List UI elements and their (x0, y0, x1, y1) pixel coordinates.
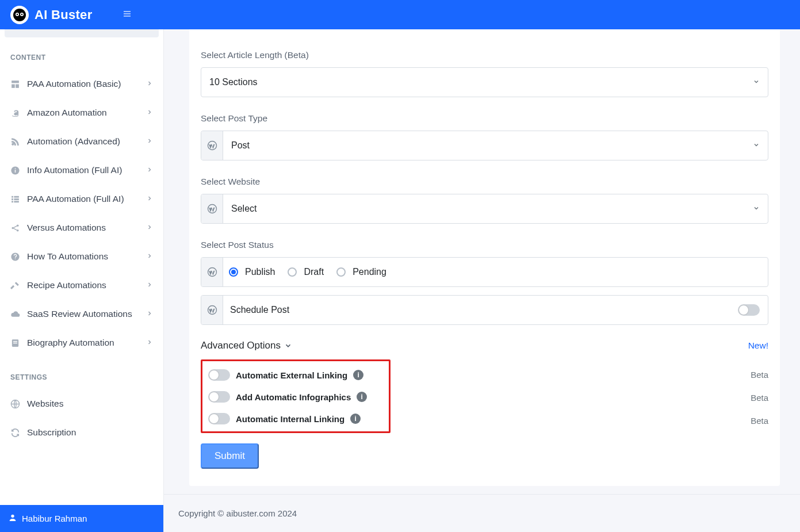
sidebar-item-subscription[interactable]: Subscription (0, 418, 163, 447)
sidebar-item-label: Subscription (27, 427, 153, 438)
chevron-right-icon (146, 165, 153, 175)
chevron-right-icon (146, 79, 153, 89)
radio-draft-label: Draft (304, 267, 324, 277)
section-title-settings: SETTINGS (0, 357, 163, 389)
info-icon[interactable]: i (350, 414, 361, 424)
new-badge[interactable]: New! (748, 340, 768, 351)
sidebar-item-paa-full-ai[interactable]: PAA Automation (Full AI) (0, 185, 163, 213)
adv-row-infographics: Add Automatic Infographics i (208, 391, 383, 403)
chevron-right-icon (146, 251, 153, 262)
schedule-label: Schedule Post (223, 305, 738, 315)
share-icon (10, 223, 20, 233)
info-icon[interactable]: i (357, 392, 367, 402)
svg-rect-18 (14, 198, 19, 200)
sidebar-item-label: PAA Automation (Full AI) (27, 194, 139, 204)
beta-badge: Beta (751, 416, 768, 426)
post-status-label: Select Post Status (201, 224, 768, 257)
brand-name: AI Buster (35, 7, 93, 22)
sidebar-item-biography[interactable]: Biography Automation (0, 328, 163, 357)
svg-point-4 (21, 13, 23, 15)
copyright-text: Copyright © aibuster.com 2024 (178, 508, 297, 518)
amazon-icon (10, 108, 20, 118)
radio-publish[interactable] (229, 267, 238, 277)
article-length-value: 10 Sections (201, 77, 745, 87)
sidebar-item-label: Websites (27, 399, 153, 409)
svg-rect-13 (15, 170, 16, 173)
blog-icon (10, 137, 20, 147)
sidebar-item-recipe[interactable]: Recipe Automations (0, 271, 163, 300)
post-status-row: Publish Draft Pending (201, 257, 768, 287)
chevron-down-icon (745, 140, 768, 151)
section-title-content: CONTENT (0, 37, 163, 70)
radio-group: Publish Draft Pending (223, 267, 391, 277)
app-header: AI Buster (0, 0, 800, 29)
svg-rect-20 (14, 201, 19, 202)
advanced-options-header: Advanced Options New! (201, 340, 768, 351)
question-icon (10, 252, 20, 262)
internal-linking-toggle[interactable] (208, 413, 230, 424)
sidebar-item-label: Versus Automations (27, 223, 139, 233)
advanced-options-toggle[interactable]: Advanced Options (201, 340, 292, 351)
sidebar-item-label: SaaS Review Automations (27, 309, 139, 319)
wordpress-icon (201, 194, 223, 223)
form-card: Select Article Length (Beta) 10 Sections… (189, 29, 780, 486)
svg-rect-10 (16, 84, 19, 87)
sidebar-item-amazon[interactable]: Amazon Automation (0, 98, 163, 127)
sidebar-item-websites[interactable]: Websites (0, 389, 163, 418)
radio-draft[interactable] (288, 267, 297, 277)
sidebar-item-saas-review[interactable]: SaaS Review Automations (0, 300, 163, 328)
internal-linking-label: Automatic Internal Linking (236, 414, 345, 424)
website-value: Select (223, 204, 745, 214)
sidebar-item-automation-advanced[interactable]: Automation (Advanced) (0, 127, 163, 156)
svg-point-0 (13, 9, 26, 21)
svg-rect-28 (13, 342, 17, 343)
infographics-toggle[interactable] (208, 391, 230, 403)
submit-button[interactable]: Submit (201, 443, 259, 469)
radio-pending[interactable] (336, 267, 346, 277)
sidebar-item-versus[interactable]: Versus Automations (0, 213, 163, 242)
globe-icon (10, 399, 20, 409)
brand-logo[interactable]: AI Buster (10, 6, 93, 24)
user-icon (8, 513, 17, 524)
advanced-options-title: Advanced Options (201, 340, 281, 351)
svg-rect-15 (12, 196, 13, 197)
chevron-down-icon (745, 204, 768, 214)
chevron-right-icon (146, 223, 153, 233)
chevron-right-icon (146, 338, 153, 348)
svg-point-30 (11, 515, 14, 518)
svg-rect-17 (12, 198, 13, 200)
post-type-select[interactable]: Post (201, 131, 768, 160)
beta-badge: Beta (751, 370, 768, 380)
schedule-toggle[interactable] (738, 304, 760, 316)
article-length-select[interactable]: 10 Sections (201, 67, 768, 97)
sidebar-top-placeholder (5, 29, 159, 37)
wordpress-icon (201, 131, 223, 160)
adv-row-internal-linking: Automatic Internal Linking i (208, 413, 383, 424)
sidebar-item-howto[interactable]: How To Automations (0, 242, 163, 271)
tools-icon (10, 281, 20, 290)
external-linking-toggle[interactable] (208, 369, 230, 381)
chevron-right-icon (146, 309, 153, 319)
sidebar: CONTENT PAA Automation (Basic) Amazon Au… (0, 29, 164, 532)
website-select[interactable]: Select (201, 194, 768, 224)
sidebar-item-paa-basic[interactable]: PAA Automation (Basic) (0, 70, 163, 98)
sidebar-user[interactable]: Habibur Rahman (0, 505, 164, 532)
sidebar-item-label: How To Automations (27, 251, 139, 262)
sidebar-item-label: PAA Automation (Basic) (27, 79, 139, 89)
infographics-label: Add Automatic Infographics (236, 392, 351, 402)
sidebar-item-label: Amazon Automation (27, 108, 139, 118)
schedule-post-row: Schedule Post (201, 295, 768, 325)
wordpress-icon (201, 258, 223, 286)
chevron-right-icon (146, 136, 153, 147)
info-icon (10, 166, 20, 175)
sidebar-item-info-full-ai[interactable]: Info Automation (Full AI) (0, 156, 163, 185)
wordpress-icon (201, 296, 223, 324)
info-icon[interactable]: i (353, 370, 363, 380)
menu-toggle-icon[interactable] (123, 9, 132, 21)
radio-pending-label: Pending (353, 267, 386, 277)
chevron-right-icon (146, 108, 153, 118)
logo-icon (10, 6, 29, 24)
chevron-right-icon (146, 194, 153, 204)
chevron-down-icon (284, 342, 292, 350)
svg-rect-9 (12, 84, 15, 87)
